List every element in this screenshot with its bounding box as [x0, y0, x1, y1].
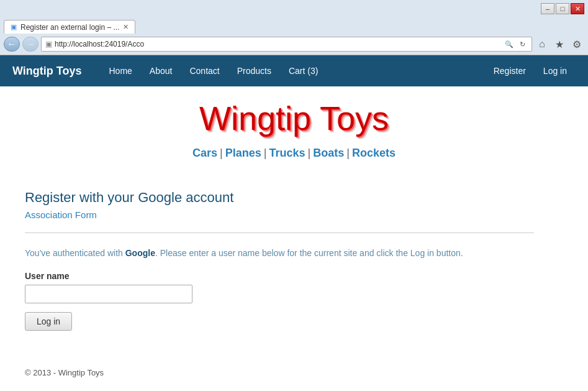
favorites-icon[interactable]: ★	[552, 37, 567, 52]
nav-contact[interactable]: Contact	[181, 55, 228, 86]
nav-login[interactable]: Log in	[535, 55, 576, 86]
username-input[interactable]	[25, 285, 192, 303]
site-brand[interactable]: Wingtip Toys	[12, 65, 82, 78]
nav-links: Home About Contact Products Cart (3)	[101, 55, 485, 86]
nav-right: Register Log in	[485, 55, 576, 86]
url-actions: 🔍 ↻	[504, 39, 528, 50]
info-text: You've authenticated with Google. Please…	[25, 247, 534, 260]
association-form-label: Association Form	[25, 209, 534, 220]
nav-home[interactable]: Home	[101, 55, 141, 86]
info-before: You've authenticated with	[25, 248, 125, 258]
back-button[interactable]: ←	[4, 37, 20, 52]
page-content: Wingtip Toys Cars | Planes | Trucks | Bo…	[0, 86, 588, 391]
title-bar: – □ ✕	[0, 0, 588, 17]
tab-favicon: ▣	[11, 23, 17, 31]
nav-products[interactable]: Products	[228, 55, 280, 86]
forward-button[interactable]: →	[22, 37, 38, 52]
sep-3: |	[308, 147, 311, 160]
url-favicon: ▣	[45, 40, 52, 48]
username-label: User name	[25, 271, 534, 281]
nav-about[interactable]: About	[141, 55, 181, 86]
minimize-button[interactable]: –	[541, 3, 554, 14]
toolbar-buttons: ⌂ ★ ⚙	[535, 37, 584, 52]
home-icon[interactable]: ⌂	[535, 37, 550, 52]
info-after: . Please enter a user name below for the…	[155, 248, 463, 258]
tab-bar: ▣ Register an external login – ... ✕	[0, 17, 588, 34]
google-text: Google	[125, 248, 155, 258]
nav-register[interactable]: Register	[485, 55, 535, 86]
settings-icon[interactable]: ⚙	[569, 37, 584, 52]
url-bar[interactable]: ▣ http://localhost:24019/Acco 🔍 ↻	[41, 37, 532, 52]
url-text: http://localhost:24019/Acco	[55, 40, 501, 48]
address-bar: ← → ▣ http://localhost:24019/Acco 🔍 ↻ ⌂ …	[0, 34, 588, 55]
tab-label: Register an external login – ...	[20, 23, 119, 32]
sep-4: |	[346, 147, 350, 160]
main-content: Register with your Google account Associ…	[0, 177, 559, 391]
cat-cars[interactable]: Cars	[192, 147, 217, 160]
cat-boats[interactable]: Boats	[313, 147, 344, 160]
sep-1: |	[220, 147, 223, 160]
association-form: User name Log in	[25, 271, 534, 331]
cat-planes[interactable]: Planes	[225, 147, 261, 160]
footer: © 2013 - Wingtip Toys	[25, 356, 534, 377]
login-button[interactable]: Log in	[25, 312, 72, 331]
nav-cart[interactable]: Cart (3)	[280, 55, 327, 86]
cat-trucks[interactable]: Trucks	[269, 147, 305, 160]
window-controls: – □ ✕	[541, 3, 584, 14]
site-navigation: Wingtip Toys Home About Contact Products…	[0, 55, 588, 86]
restore-button[interactable]: □	[556, 3, 569, 14]
search-icon[interactable]: 🔍	[504, 39, 515, 50]
browser-tab[interactable]: ▣ Register an external login – ... ✕	[4, 20, 135, 34]
category-nav: Cars | Planes | Trucks | Boats | Rockets	[0, 147, 588, 160]
page-heading: Register with your Google account	[25, 190, 534, 206]
refresh-icon[interactable]: ↻	[517, 39, 528, 50]
close-button[interactable]: ✕	[571, 3, 584, 14]
sep-2: |	[264, 147, 267, 160]
divider	[25, 232, 534, 233]
tab-close-icon[interactable]: ✕	[123, 23, 129, 31]
cat-rockets[interactable]: Rockets	[352, 147, 396, 160]
site-logo: Wingtip Toys	[0, 86, 588, 147]
